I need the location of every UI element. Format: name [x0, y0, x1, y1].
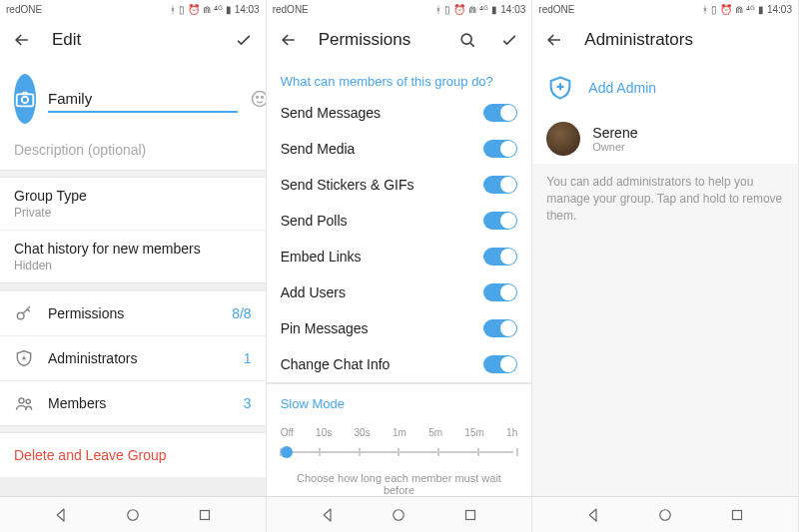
permission-toggle[interactable]	[483, 355, 517, 373]
svg-point-13	[660, 509, 671, 520]
nav-bar	[532, 496, 798, 532]
svg-rect-9	[200, 510, 209, 519]
administrators-value: 1	[244, 350, 252, 366]
admin-list: Serene Owner	[532, 114, 798, 164]
chat-history-value: Hidden	[14, 259, 252, 272]
permission-row: Change Chat Info	[267, 346, 532, 382]
group-name-input[interactable]	[48, 86, 238, 113]
permission-toggle[interactable]	[483, 319, 517, 337]
svg-point-5	[17, 312, 24, 319]
permission-label: Change Chat Info	[281, 356, 484, 372]
nav-home-icon[interactable]	[122, 504, 144, 526]
permission-toggle[interactable]	[483, 140, 517, 158]
camera-icon	[14, 88, 36, 110]
permission-row: Send Stickers & GIFs	[267, 167, 532, 203]
admin-info-text: You can add administrators to help you m…	[532, 164, 798, 496]
key-icon	[14, 303, 34, 323]
permissions-content: What can members of this group do? Send …	[267, 62, 532, 496]
status-bar: redONE ᚼ ▯ ⏰ ⋒ ⁴ᴳ ▮ 14:03	[532, 0, 798, 18]
slider-tick	[359, 448, 361, 456]
administrators-row[interactable]: Administrators 1	[0, 335, 266, 380]
group-type-value: Private	[14, 206, 252, 220]
emoji-icon[interactable]	[250, 87, 266, 111]
members-row[interactable]: Members 3	[0, 380, 266, 425]
permission-label: Add Users	[281, 284, 484, 300]
slider-track[interactable]	[281, 442, 518, 462]
back-icon[interactable]	[542, 28, 566, 52]
nav-back-icon[interactable]	[582, 504, 604, 526]
empty-area	[0, 477, 266, 496]
back-icon[interactable]	[277, 28, 301, 52]
permission-toggle[interactable]	[483, 212, 517, 230]
chat-history-row[interactable]: Chat history for new members Hidden	[0, 230, 266, 282]
wifi-icon: ⋒	[468, 4, 476, 15]
permissions-value: 8/8	[232, 305, 251, 321]
alarm-icon: ⏰	[720, 4, 732, 15]
nav-back-icon[interactable]	[317, 504, 339, 526]
permission-toggle[interactable]	[483, 248, 517, 266]
permission-label: Send Media	[281, 141, 484, 157]
slider-tick	[516, 448, 518, 456]
alarm-icon: ⏰	[453, 4, 465, 15]
nav-back-icon[interactable]	[50, 504, 72, 526]
permissions-section-header: What can members of this group do?	[267, 62, 532, 95]
shield-star-icon	[14, 348, 34, 368]
wifi-icon: ⋒	[735, 4, 743, 15]
divider	[0, 282, 266, 290]
svg-point-6	[19, 398, 24, 403]
back-icon[interactable]	[10, 28, 34, 52]
permission-toggle[interactable]	[483, 176, 517, 194]
delete-leave-button[interactable]: Delete and Leave Group	[0, 433, 266, 477]
svg-point-7	[26, 399, 30, 403]
nav-home-icon[interactable]	[654, 504, 676, 526]
divider	[0, 170, 266, 178]
search-icon[interactable]	[455, 28, 479, 52]
battery-icon: ▮	[491, 4, 497, 15]
confirm-icon[interactable]	[497, 28, 521, 52]
permission-toggle[interactable]	[483, 283, 517, 301]
slider-knob[interactable]	[281, 446, 293, 458]
group-type-label: Group Type	[14, 188, 252, 204]
clock-label: 14:03	[235, 4, 260, 15]
slow-mode-slider[interactable]: Off10s30s1m5m15m1h	[267, 417, 532, 462]
permissions-label: Permissions	[48, 305, 218, 321]
description-input[interactable]: Description (optional)	[0, 132, 266, 170]
vibrate-icon: ▯	[179, 4, 185, 15]
svg-rect-12	[466, 510, 475, 519]
permissions-list: Send Messages Send Media Send Stickers &…	[267, 95, 532, 382]
clock-label: 14:03	[500, 4, 525, 15]
group-photo-button[interactable]	[14, 74, 36, 124]
administrators-label: Administrators	[48, 350, 230, 366]
bluetooth-icon: ᚼ	[702, 4, 708, 15]
people-icon	[14, 393, 34, 413]
slider-tick	[437, 448, 439, 456]
confirm-icon[interactable]	[232, 28, 256, 52]
slider-option-label: 15m	[464, 427, 483, 438]
permissions-row[interactable]: Permissions 8/8	[0, 290, 266, 335]
app-bar: Administrators	[532, 18, 798, 62]
add-admin-button[interactable]: Add Admin	[532, 62, 798, 114]
nav-recent-icon[interactable]	[726, 504, 748, 526]
add-admin-label: Add Admin	[588, 80, 656, 96]
permission-label: Embed Links	[281, 249, 484, 265]
bluetooth-icon: ᚼ	[170, 4, 176, 15]
panel-edit: redONE ᚼ ▯ ⏰ ⋒ ⁴ᴳ ▮ 14:03 Edit	[0, 0, 267, 532]
signal-icon: ⁴ᴳ	[479, 4, 488, 15]
slider-option-label: 30s	[355, 427, 371, 438]
carrier-label: redONE	[538, 4, 574, 15]
permission-row: Send Media	[267, 131, 532, 167]
group-type-row[interactable]: Group Type Private	[0, 178, 266, 230]
permission-label: Pin Messages	[281, 320, 484, 336]
admin-item[interactable]: Serene Owner	[532, 114, 798, 164]
permission-toggle[interactable]	[483, 104, 517, 122]
panel-permissions: redONE ᚼ ▯ ⏰ ⋒ ⁴ᴳ ▮ 14:03 Permissions Wh…	[267, 0, 533, 532]
administrators-content: Add Admin Serene Owner You can add admin…	[532, 62, 798, 496]
svg-point-10	[461, 34, 471, 44]
nav-recent-icon[interactable]	[459, 504, 481, 526]
avatar	[546, 122, 580, 156]
svg-point-3	[257, 97, 259, 99]
permission-label: Send Polls	[281, 213, 484, 229]
nav-recent-icon[interactable]	[194, 504, 216, 526]
nav-home-icon[interactable]	[388, 504, 409, 526]
slider-option-label: 5m	[428, 427, 442, 438]
